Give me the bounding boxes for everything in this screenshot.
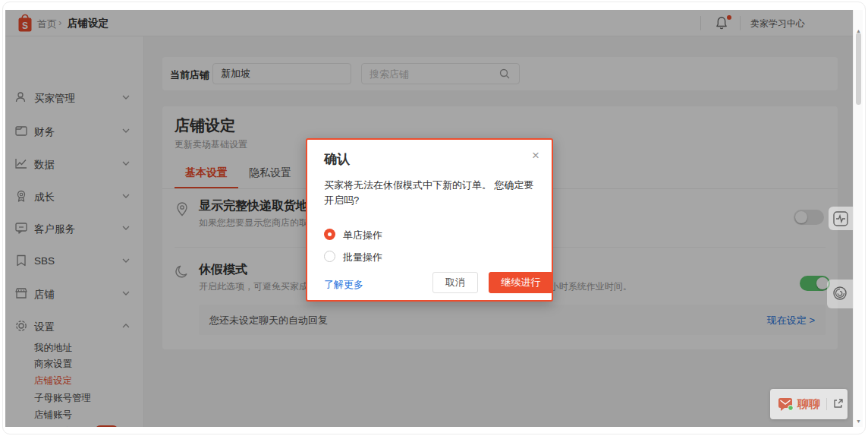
scrollbar-thumb[interactable] xyxy=(856,33,861,105)
popout-icon[interactable] xyxy=(832,398,844,409)
continue-button[interactable]: 继续进行 xyxy=(489,272,553,293)
radio-unselected-icon xyxy=(324,251,335,262)
webchat-bar[interactable]: 聊聊 xyxy=(770,389,848,419)
radio-label: 单店操作 xyxy=(343,229,382,242)
chat-label: 聊聊 xyxy=(797,397,820,412)
app-window: S 首页 › 店铺设定 卖家学习中心 买家管理 财务 xyxy=(5,10,853,427)
pulse-icon xyxy=(833,211,848,226)
confirm-dialog: 确认 × 买家将无法在休假模式中下新的订单。 您确定要开启吗? 单店操作 批量操… xyxy=(306,138,553,302)
chat-divider xyxy=(826,398,827,410)
learn-more-link[interactable]: 了解更多 xyxy=(324,278,363,292)
scroll-down-arrow[interactable]: ▼ xyxy=(854,419,863,424)
cancel-button[interactable]: 取消 xyxy=(432,272,478,293)
dialog-title: 确认 xyxy=(324,150,350,168)
swirl-icon xyxy=(832,284,848,302)
performance-widget-button[interactable] xyxy=(829,207,853,230)
radio-label: 批量操作 xyxy=(343,251,382,264)
dialog-body-text: 买家将无法在休假模式中下新的订单。 您确定要开启吗? xyxy=(324,178,539,208)
radio-selected-icon xyxy=(324,229,335,240)
close-icon[interactable]: × xyxy=(532,149,539,162)
assistant-widget-button[interactable] xyxy=(827,280,853,308)
page-scrollbar[interactable]: ▲ ▼ xyxy=(853,10,863,427)
chat-bubble-icon xyxy=(778,397,793,410)
